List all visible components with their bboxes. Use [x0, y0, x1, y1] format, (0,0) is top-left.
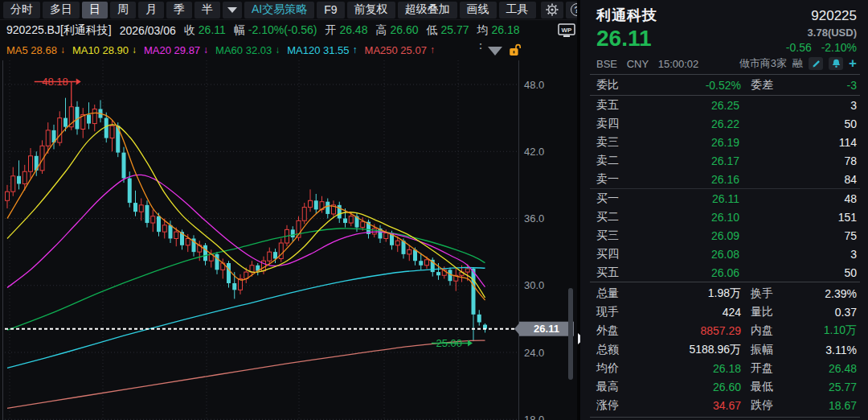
candle — [314, 200, 318, 209]
stat-label: 开盘 — [741, 361, 788, 376]
tab-monthly[interactable]: 月 — [138, 2, 164, 19]
candle — [58, 118, 62, 143]
bid-row-1[interactable]: 买一26.1148 — [596, 189, 857, 208]
ma-label: MA60 32.03 — [215, 44, 272, 56]
candle — [425, 260, 429, 266]
tab-daily[interactable]: 日 — [82, 2, 108, 19]
stock-code: 920225 — [811, 8, 857, 24]
tab-ai-strategy[interactable]: AI交易策略 — [244, 2, 314, 19]
exchange-label: BSE — [596, 58, 617, 70]
level-label: 卖三 — [596, 135, 643, 150]
level-label: 买五 — [596, 266, 643, 280]
last-price-badge-text: 26.11 — [534, 323, 559, 335]
level-price: 26.10 — [643, 211, 739, 224]
drag-handle-dots-icon[interactable]: : — [479, 43, 482, 50]
weicha-value: -3 — [788, 79, 857, 92]
level-label: 买一 — [596, 191, 643, 206]
stat-label: 量比 — [741, 305, 788, 319]
quote-time: 15:00:02 — [658, 58, 699, 70]
bid-row-4[interactable]: 买四26.083 — [596, 245, 857, 263]
stat-row: 均价26.18开盘26.48 — [596, 359, 857, 377]
candle — [250, 266, 254, 272]
half-year-dropdown-caret-icon[interactable] — [223, 2, 242, 19]
ma-label: MA5 28.68 — [6, 44, 57, 56]
bid-row-2[interactable]: 买二26.10151 — [596, 208, 857, 226]
add-to-watchlist-icon[interactable]: + — [849, 58, 857, 69]
ask-row-5[interactable]: 卖五26.253 — [596, 96, 857, 114]
level-label: 买二 — [596, 210, 643, 224]
change-percent: -2.10% — [821, 41, 857, 54]
level-volume: 75 — [739, 229, 857, 242]
field-label: 幅 — [234, 23, 245, 38]
indicator-collapse-caret-icon[interactable] — [488, 47, 502, 56]
stat-label: 现手 — [596, 305, 643, 319]
alert-bell-icon[interactable] — [829, 57, 843, 70]
trend-arrow-icon: ↓ — [203, 44, 208, 56]
field-label: 低 — [427, 23, 438, 38]
field-value: 25.77 — [441, 23, 469, 38]
field-avg: 均26.18 — [477, 23, 520, 38]
tab-f9[interactable]: F9 — [317, 2, 344, 19]
stat-value: 18.67 — [788, 399, 857, 412]
candle — [343, 219, 347, 224]
candle — [395, 241, 399, 245]
candle — [6, 191, 10, 200]
ohlc-fields: 收26.11幅-2.10%(-0.56)开26.48高26.60低25.77均2… — [184, 23, 520, 38]
field-value: 26.48 — [339, 23, 367, 38]
settings-gear-icon-button[interactable] — [541, 2, 563, 19]
candlestick-chart-svg[interactable]: 48.042.036.030.024.018.026.1148.1825.00 — [0, 60, 579, 420]
candle — [384, 233, 388, 239]
tab-forward-adjusted[interactable]: 前复权 — [347, 2, 395, 19]
ma250-line — [7, 340, 485, 408]
tab-draw-line[interactable]: 画线 — [460, 2, 497, 19]
wp-widget-icon[interactable]: WP — [558, 23, 577, 40]
tab-minute[interactable]: 分时 — [3, 2, 40, 19]
candle — [465, 269, 469, 272]
period-toolbar: 分时多日日周月季半AI交易策略F9前复权超级叠加画线工具?› — [0, 0, 579, 20]
trend-arrow-icon: ↓ — [60, 44, 65, 56]
ma250-value: MA250 25.07↑ — [365, 44, 435, 56]
stat-value: 26.60 — [643, 381, 741, 393]
candle — [419, 261, 423, 266]
ma60-value: MA60 32.03↓ — [215, 44, 280, 56]
field-value: 26.60 — [390, 23, 418, 38]
level-label: 卖五 — [596, 98, 643, 113]
ask-row-3[interactable]: 卖三26.19114 — [596, 133, 857, 151]
unlock-icon[interactable] — [508, 43, 522, 60]
ma-label: MA120 31.55 — [287, 44, 349, 56]
tab-super-overlay[interactable]: 超级叠加 — [398, 2, 457, 19]
tab-tools[interactable]: 工具 — [499, 2, 536, 19]
candle — [104, 118, 108, 138]
tab-half-year[interactable]: 半 — [194, 2, 220, 19]
candle — [361, 222, 365, 228]
tab-multi-day[interactable]: 多日 — [43, 2, 80, 19]
chart-scrollbar[interactable] — [568, 288, 573, 380]
ask-row-4[interactable]: 卖四26.2250 — [596, 114, 857, 133]
field-close: 收26.11 — [184, 23, 226, 38]
level-label: 卖二 — [596, 154, 643, 168]
candle — [63, 118, 68, 127]
stat-value: 25.77 — [788, 381, 857, 393]
level-label: 卖四 — [596, 117, 643, 131]
candle — [349, 216, 353, 223]
level-volume: 3 — [739, 248, 857, 261]
symbol-label: 920225.BJ[利通科技] — [6, 23, 112, 38]
ask-row-1[interactable]: 卖一26.1684 — [596, 170, 857, 188]
edit-pencil-icon[interactable] — [809, 57, 823, 70]
trend-arrow-icon: ↑ — [430, 44, 435, 56]
caret-down-icon — [227, 7, 237, 13]
market-maker-info: 做市商3家 — [739, 56, 787, 71]
field-label: 开 — [325, 23, 336, 38]
ask-row-2[interactable]: 卖二26.1778 — [596, 151, 857, 170]
ask-levels: 卖五26.253卖四26.2250卖三26.19114卖二26.1778卖一26… — [596, 96, 857, 188]
bid-row-3[interactable]: 买三26.0975 — [596, 226, 857, 245]
tab-weekly[interactable]: 周 — [110, 2, 136, 19]
candle — [133, 203, 137, 212]
candlestick-chart[interactable]: 48.042.036.030.024.018.026.1148.1825.00 — [0, 60, 579, 420]
stat-row: 现手424量比0.37 — [596, 303, 857, 321]
tab-quarterly[interactable]: 季 — [166, 2, 192, 19]
bid-row-5[interactable]: 买五26.0650 — [596, 263, 857, 282]
trend-arrow-icon: ↓ — [275, 44, 280, 56]
candle — [203, 245, 207, 261]
field-label: 收 — [184, 23, 195, 38]
